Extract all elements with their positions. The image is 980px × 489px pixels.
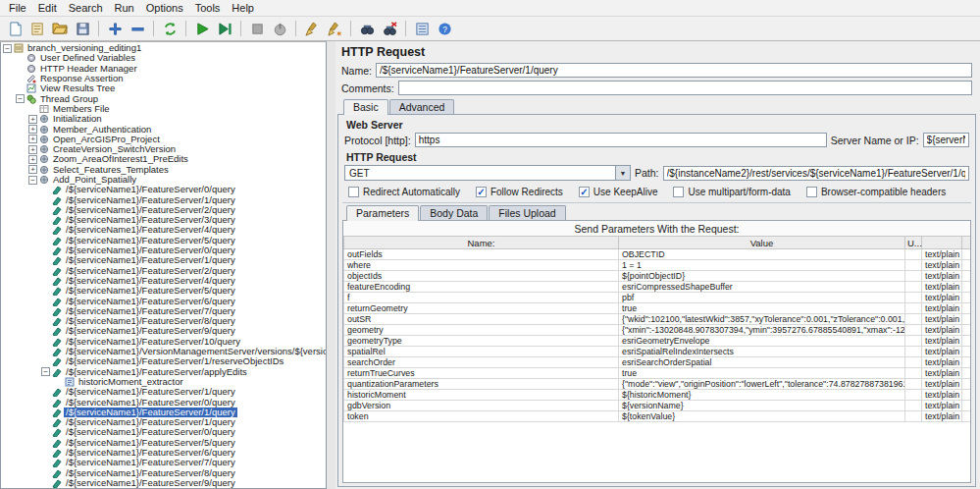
tree-item[interactable]: +Open_ArcGISPro_Project <box>1 135 326 144</box>
clear-button[interactable] <box>301 19 323 39</box>
tree-item[interactable]: /${serviceName1}/FeatureServer/0/query <box>1 245 326 255</box>
param-content-type-cell[interactable]: text/plain <box>922 379 962 390</box>
tree-expand-handle[interactable]: + <box>28 145 37 154</box>
param-content-type-cell[interactable]: text/plain <box>922 336 962 347</box>
param-value-cell[interactable]: ${tokenValue} <box>619 411 905 422</box>
param-content-type-cell[interactable]: text/plain <box>922 325 962 336</box>
param-name-cell[interactable]: outFields <box>344 249 619 260</box>
tree-item[interactable]: /${serviceName1}/FeatureServer/6/query <box>1 448 326 458</box>
checkbox-use-keepalive[interactable]: ✓Use KeepAlive <box>579 187 658 197</box>
checkbox-follow-redirects[interactable]: ✓Follow Redirects <box>476 187 563 197</box>
tree-item[interactable]: /${serviceName1}/FeatureServer/1/query <box>1 194 326 204</box>
tree-item[interactable]: HTTP Header Manager <box>1 64 326 74</box>
param-value-cell[interactable]: 1 = 1 <box>619 260 905 271</box>
param-name-cell[interactable]: returnGeometry <box>344 303 619 314</box>
param-include-equals-cell[interactable] <box>962 357 972 368</box>
param-content-type-cell[interactable]: text/plain <box>922 314 962 325</box>
tree-item[interactable]: /${serviceName1}/FeatureServer/1/query <box>1 408 326 417</box>
param-url-encode-cell[interactable] <box>905 390 922 401</box>
help-button[interactable]: ? <box>434 19 455 39</box>
tree-item[interactable]: −Thread Group <box>1 93 326 103</box>
tab-advanced[interactable]: Advanced <box>389 99 455 114</box>
tree-item[interactable]: +Zoom_AreaOfInterest1_PreEdits <box>1 154 326 164</box>
tree-item[interactable]: /${serviceName1}/FeatureServer/5/query <box>1 286 326 296</box>
server-name-input[interactable] <box>923 133 969 147</box>
param-name-cell[interactable]: objectIds <box>344 271 619 282</box>
unchecked-checkbox-icon[interactable] <box>806 187 817 197</box>
param-include-equals-cell[interactable] <box>962 282 972 293</box>
templates-button[interactable] <box>26 19 48 39</box>
param-content-type-cell[interactable]: text/plain <box>922 368 962 379</box>
param-value-cell[interactable]: OBJECTID <box>619 249 905 260</box>
tree-item[interactable]: /${serviceName1}/FeatureServer/9/query <box>1 326 326 336</box>
param-row[interactable]: featureEncodingesriCompressedShapeBuffer… <box>344 282 972 293</box>
split-divider[interactable] <box>327 41 335 489</box>
tree-item[interactable]: /${serviceName1}/VersionManagementServer… <box>1 347 326 356</box>
checked-checkbox-icon[interactable]: ✓ <box>579 187 590 197</box>
open-file-button[interactable] <box>49 19 71 39</box>
name-input[interactable] <box>376 63 972 78</box>
tree-expand-handle[interactable]: − <box>41 367 50 376</box>
tree-item[interactable]: /${serviceName1}/FeatureServer/10/query <box>1 337 326 347</box>
tree-item[interactable]: −/${serviceName1}/FeatureServer/applyEdi… <box>1 367 326 377</box>
tree-item[interactable]: Members File <box>1 104 326 114</box>
param-content-type-cell[interactable]: text/plain <box>922 249 962 260</box>
param-value-cell[interactable]: {"xmin":-13020848.9078307394,"ymin":3957… <box>619 325 905 336</box>
comments-input[interactable] <box>398 81 972 95</box>
start-no-pauses-button[interactable] <box>214 19 235 39</box>
param-content-type-cell[interactable]: text/plain <box>922 282 962 293</box>
param-row[interactable]: historicMoment${historicMoment}text/plai… <box>344 390 972 401</box>
param-row[interactable]: quantizationParameters{"mode":"view","or… <box>344 379 972 390</box>
param-url-encode-cell[interactable] <box>905 347 922 357</box>
tree-item[interactable]: /${serviceName1}/FeatureServer/1/reserve… <box>1 356 326 366</box>
add-button[interactable] <box>104 19 126 39</box>
tab-files-upload[interactable]: Files Upload <box>489 205 565 220</box>
method-select[interactable]: GET ▼ <box>344 165 631 181</box>
checkbox-use-multipart-form-data[interactable]: Use multipart/form-data <box>673 187 790 197</box>
checkbox-browser-compatible-headers[interactable]: Browser-compatible headers <box>806 187 946 197</box>
param-url-encode-cell[interactable] <box>905 368 922 379</box>
tree-expand-handle[interactable]: + <box>28 155 37 164</box>
checked-checkbox-icon[interactable]: ✓ <box>476 187 487 197</box>
param-include-equals-cell[interactable] <box>962 336 972 347</box>
param-content-type-cell[interactable]: text/plain <box>922 293 962 303</box>
param-value-cell[interactable]: esriSearchOrderSpatial <box>619 357 905 368</box>
remove-button[interactable] <box>127 19 148 39</box>
menu-help[interactable]: Help <box>226 1 260 15</box>
shutdown-button[interactable] <box>269 19 290 39</box>
tree-expand-handle[interactable]: + <box>28 165 37 174</box>
param-url-encode-cell[interactable] <box>905 260 922 271</box>
tree-item[interactable]: /${serviceName1}/FeatureServer/9/query <box>1 478 326 488</box>
tree-expand-handle[interactable]: − <box>3 44 12 53</box>
param-content-type-cell[interactable]: text/plain <box>922 271 962 282</box>
param-name-cell[interactable]: f <box>344 293 619 303</box>
param-row[interactable]: objectIds${pointObjectID}text/plain <box>344 271 972 282</box>
param-url-encode-cell[interactable] <box>905 314 922 325</box>
tree-item[interactable]: /${serviceName1}/FeatureServer/0/query <box>1 185 326 194</box>
param-name-cell[interactable]: featureEncoding <box>344 282 619 293</box>
param-include-equals-cell[interactable] <box>962 347 972 357</box>
clear-all-button[interactable] <box>324 19 345 39</box>
menu-tools[interactable]: Tools <box>189 1 227 15</box>
tree-item[interactable]: /${serviceName1}/FeatureServer/4/query <box>1 276 326 286</box>
param-url-encode-cell[interactable] <box>905 357 922 368</box>
param-name-cell[interactable]: returnTrueCurves <box>344 368 619 379</box>
param-value-cell[interactable]: true <box>619 368 905 379</box>
tree-item[interactable]: /${serviceName1}/FeatureServer/0/query <box>1 427 326 437</box>
tree-item[interactable]: /${serviceName1}/FeatureServer/8/query <box>1 467 326 477</box>
param-name-cell[interactable]: token <box>344 411 619 422</box>
tree-item[interactable]: User Defined Variables <box>1 53 326 63</box>
start-button[interactable] <box>191 19 213 39</box>
param-include-equals-cell[interactable] <box>962 249 972 260</box>
param-url-encode-cell[interactable] <box>905 249 922 260</box>
tree-item[interactable]: −branch_versioning_editing1 <box>1 43 326 53</box>
tree-expand-handle[interactable]: + <box>28 125 37 134</box>
param-row[interactable]: outFieldsOBJECTIDtext/plain <box>344 249 972 260</box>
tree-item[interactable]: Response Assertion <box>1 74 326 83</box>
save-button[interactable] <box>72 19 93 39</box>
param-include-equals-cell[interactable] <box>962 401 972 411</box>
param-url-encode-cell[interactable] <box>905 325 922 336</box>
param-include-equals-cell[interactable] <box>962 314 972 325</box>
param-name-cell[interactable]: quantizationParameters <box>344 379 619 390</box>
search-reset-button[interactable] <box>379 19 400 39</box>
